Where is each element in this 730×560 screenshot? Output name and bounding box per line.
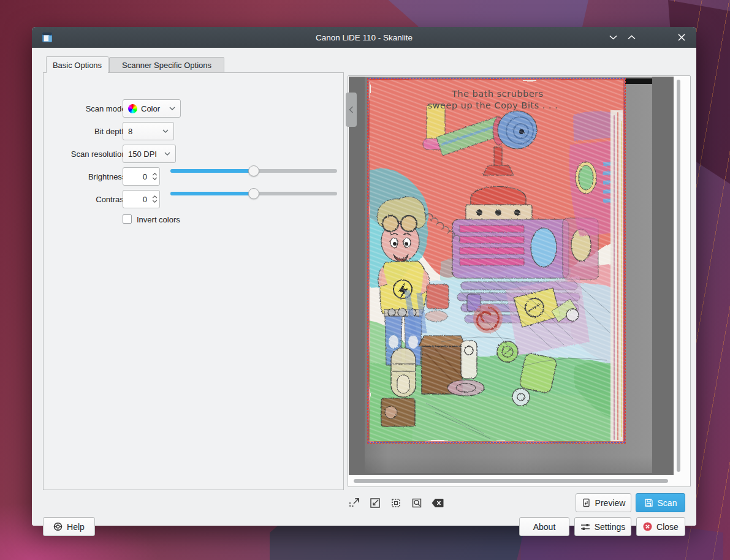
minimize-button[interactable] [604,29,622,46]
zoom-fit-button[interactable] [409,496,424,510]
preview-frame: The bath scrubbers sweep up the Copy Bit… [348,75,691,487]
tab-label: Basic Options [53,61,102,70]
spin-down-icon[interactable] [152,200,158,203]
tab-scanner-specific-options[interactable]: Scanner Specific Options [109,57,224,73]
document-save-icon [644,498,653,507]
scan-mode-label: Scan mode: [51,104,128,113]
help-icon [53,522,63,531]
splitter-collapse-handle[interactable] [346,93,357,127]
about-button[interactable]: About [519,517,569,536]
scan-mode-value: Color [141,104,160,113]
desktop: { "window": { "title": "Canon LiDE 110 -… [0,0,730,560]
scan-image: The bath scrubbers sweep up the Copy Bit… [365,77,652,473]
spin-down-icon[interactable] [152,177,158,180]
chevron-down-icon [609,35,617,40]
close-button-label: Close [656,522,679,532]
help-button[interactable]: Help [43,517,95,536]
tab-basic-options[interactable]: Basic Options [46,56,108,73]
contrast-slider[interactable] [170,188,337,199]
settings-button-label: Settings [595,522,626,532]
zoom-selection-button[interactable] [389,496,403,510]
zoom-in-icon [349,498,360,509]
basic-options-panel: Scan mode: Color Bit depth: 8 Scan resol… [43,72,344,490]
slider-fill [170,192,254,195]
color-wheel-icon [128,104,137,113]
scan-resolution-dropdown[interactable]: 150 DPI [123,145,176,163]
scan-button[interactable]: Scan [636,493,685,512]
scan-button-label: Scan [658,498,677,508]
window-body: Basic Options Scanner Specific Options S… [32,48,696,526]
scan-resolution-value: 150 DPI [128,149,157,159]
close-window-button[interactable] [673,29,690,46]
close-button[interactable]: Close [636,517,685,536]
contrast-spinbox[interactable]: 0 [123,190,160,208]
vertical-scrollbar[interactable] [677,80,680,472]
bit-depth-label: Bit depth: [51,127,128,136]
zoom-fit-icon [411,498,422,509]
maximize-button[interactable] [623,29,640,46]
horizontal-scrollbar[interactable] [354,479,668,483]
chevron-left-icon [349,106,354,113]
document-preview-icon [582,498,591,507]
bit-depth-value: 8 [128,127,132,136]
chevron-down-icon [162,129,169,133]
invert-colors-checkbox[interactable] [123,214,132,224]
slider-handle[interactable] [248,165,259,176]
zoom-out-icon [370,498,381,509]
preview-button[interactable]: Preview [576,493,631,512]
brightness-slider[interactable] [170,165,337,176]
spin-up-icon[interactable] [152,173,158,176]
slider-handle[interactable] [248,188,259,199]
about-button-label: About [533,522,556,532]
chevron-up-icon [628,35,636,40]
skanlite-window-icon [42,32,53,43]
dialog-close-icon [643,522,652,531]
preview-viewport[interactable]: The bath scrubbers sweep up the Copy Bit… [349,77,674,475]
invert-colors-label: Invert colors [137,215,180,224]
scan-resolution-label: Scan resolution: [51,149,128,159]
brightness-label: Brightness: [51,172,128,181]
tab-label: Scanner Specific Options [122,61,211,70]
scan-mode-dropdown[interactable]: Color [123,99,181,118]
selection-rectangle[interactable] [367,78,626,444]
spin-up-icon[interactable] [152,195,158,199]
preview-button-label: Preview [595,498,626,508]
slider-fill [170,169,254,173]
clear-selections-icon [432,498,444,508]
chevron-down-icon [164,152,170,156]
clear-selections-button[interactable] [430,496,445,510]
help-button-label: Help [67,522,85,532]
zoom-in-button[interactable] [347,496,362,510]
zoom-out-button[interactable] [368,496,382,510]
brightness-value: 0 [123,172,150,181]
app-window: Canon LiDE 110 - Skanlite Basic Options … [32,27,696,526]
settings-icon [580,523,590,531]
contrast-label: Contrast: [51,195,128,204]
contrast-value: 0 [123,195,150,204]
chevron-down-icon [169,107,175,110]
close-icon [678,34,685,41]
window-title: Canon LiDE 110 - Skanlite [32,33,696,42]
brightness-spinbox[interactable]: 0 [123,167,160,186]
bit-depth-dropdown[interactable]: 8 [123,122,174,140]
zoom-selection-icon [390,498,401,509]
titlebar[interactable]: Canon LiDE 110 - Skanlite [32,27,696,48]
settings-button[interactable]: Settings [574,517,631,536]
